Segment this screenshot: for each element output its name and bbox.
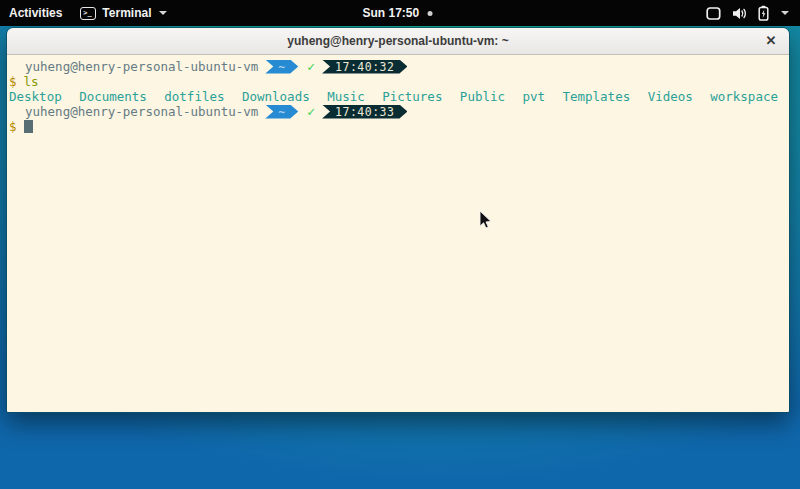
text-cursor — [24, 120, 33, 133]
current-input-line: $ — [9, 119, 787, 134]
cwd-segment: ~ — [265, 105, 298, 119]
system-status-menu[interactable] — [696, 0, 798, 26]
app-menu-label: Terminal — [102, 6, 151, 20]
desktop-screen: Activities >_ Terminal Sun 17:50 — [0, 0, 800, 489]
gnome-top-bar: Activities >_ Terminal Sun 17:50 — [0, 0, 800, 26]
ls-entry: Templates — [562, 89, 630, 104]
time-segment: 17:40:32 — [322, 60, 407, 74]
app-menu-terminal[interactable]: >_ Terminal — [71, 0, 176, 26]
prompt-user-host: yuheng@henry-personal-ubuntu-vm — [25, 59, 258, 74]
window-titlebar[interactable]: yuheng@henry-personal-ubuntu-vm: ~ ✕ — [7, 28, 789, 55]
top-bar-right — [696, 0, 798, 26]
status-check-icon: ✓ — [307, 104, 315, 119]
prompt-symbol: $ — [9, 74, 17, 89]
typed-command: ls — [24, 74, 39, 89]
terminal-icon: >_ — [80, 7, 96, 20]
top-bar-left: Activities >_ Terminal — [0, 0, 176, 26]
clock-label: Sun 17:50 — [363, 6, 420, 20]
ls-entry: Music — [327, 89, 365, 104]
ls-entry: Downloads — [242, 89, 310, 104]
chevron-down-icon — [781, 11, 789, 15]
ls-entry: Documents — [79, 89, 147, 104]
status-check-icon: ✓ — [307, 59, 315, 74]
prompt-user-host: yuheng@henry-personal-ubuntu-vm — [25, 104, 258, 119]
ls-entry: Pictures — [382, 89, 442, 104]
chevron-down-icon — [159, 11, 167, 15]
ls-entry: Public — [460, 89, 505, 104]
activities-button[interactable]: Activities — [0, 0, 71, 26]
terminal-window: yuheng@henry-personal-ubuntu-vm: ~ ✕ yuh… — [6, 27, 790, 413]
terminal-body[interactable]: yuheng@henry-personal-ubuntu-vm ~ ✓ 17:4… — [7, 55, 789, 412]
close-icon[interactable]: ✕ — [761, 31, 781, 51]
ls-entry: workspace — [710, 89, 778, 104]
ls-entry: dotfiles — [164, 89, 224, 104]
display-icon — [705, 6, 722, 21]
clock-button[interactable]: Sun 17:50 — [354, 0, 442, 26]
prompt-line: yuheng@henry-personal-ubuntu-vm ~ ✓ 17:4… — [9, 59, 787, 74]
window-title: yuheng@henry-personal-ubuntu-vm: ~ — [287, 34, 508, 48]
prompt-line: yuheng@henry-personal-ubuntu-vm ~ ✓ 17:4… — [9, 104, 787, 119]
volume-icon — [731, 6, 748, 21]
notification-dot-icon — [427, 11, 432, 16]
ls-entry: pvt — [522, 89, 545, 104]
prompt-symbol: $ — [9, 119, 17, 134]
ls-entry: Videos — [648, 89, 693, 104]
command-line: $ ls — [9, 74, 787, 89]
ls-entry: Desktop — [9, 89, 62, 104]
ls-output-row: DesktopDocumentsdotfilesDownloadsMusicPi… — [9, 89, 787, 104]
time-segment: 17:40:33 — [322, 105, 407, 119]
cwd-segment: ~ — [265, 60, 298, 74]
battery-charging-icon — [757, 5, 770, 21]
